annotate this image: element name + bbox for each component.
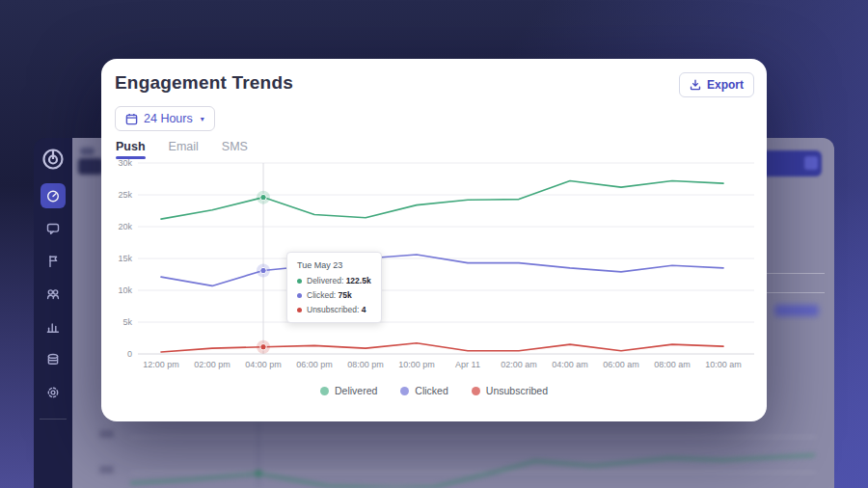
sidebar — [34, 138, 72, 488]
svg-text:04:00 pm: 04:00 pm — [245, 360, 282, 369]
svg-text:08:00 pm: 08:00 pm — [347, 360, 384, 369]
background-new-message-button — [759, 150, 822, 176]
time-range-dropdown[interactable]: 24 Hours ▾ — [115, 106, 215, 131]
audience-icon — [45, 286, 61, 302]
background-heading-blob — [80, 148, 95, 155]
svg-text:06:00 am: 06:00 am — [603, 360, 639, 369]
gauge-icon — [45, 188, 61, 203]
legend-dot-icon — [320, 387, 329, 395]
svg-text:30k: 30k — [118, 158, 132, 168]
tooltip-row: Clicked: 75k — [297, 290, 371, 300]
svg-text:5k: 5k — [122, 317, 132, 327]
bar-chart-icon — [45, 319, 61, 335]
series-dot-icon — [297, 308, 302, 312]
legend-item-clicked[interactable]: Clicked — [400, 385, 448, 396]
svg-text:12:00 pm: 12:00 pm — [143, 360, 179, 369]
background-title-blob — [78, 158, 103, 175]
tooltip-row: Unsubscribed: 4 — [297, 305, 371, 314]
svg-text:02:00 am: 02:00 am — [501, 360, 537, 369]
chevron-down-icon: ▾ — [201, 115, 204, 123]
background-export-blob — [774, 305, 819, 316]
background-card-edge — [762, 273, 825, 274]
legend-item-delivered[interactable]: Delivered — [320, 385, 377, 396]
sidebar-item-database[interactable] — [41, 347, 66, 372]
series-dot-icon — [297, 279, 302, 284]
sidebar-item-chat[interactable] — [41, 216, 66, 241]
background-card-edge — [762, 292, 825, 293]
legend-item-unsubscribed[interactable]: Unsubscribed — [472, 385, 548, 396]
database-icon — [45, 352, 61, 367]
svg-text:20k: 20k — [118, 222, 132, 231]
chat-icon — [45, 221, 61, 236]
sidebar-item-gear[interactable] — [41, 380, 66, 405]
onesignal-logo-icon — [41, 147, 66, 172]
svg-text:10:00 pm: 10:00 pm — [398, 360, 435, 369]
sidebar-item-journey[interactable] — [41, 249, 66, 274]
svg-text:06:00 pm: 06:00 pm — [296, 360, 333, 369]
journey-icon — [45, 254, 61, 269]
calendar-icon — [125, 113, 138, 125]
svg-text:10:00 am: 10:00 am — [705, 360, 742, 369]
legend-dot-icon — [400, 387, 409, 395]
chart-tooltip: Tue May 23 Delivered: 122.5kClicked: 75k… — [286, 252, 382, 323]
svg-text:25k: 25k — [118, 190, 132, 200]
svg-text:15k: 15k — [118, 254, 132, 263]
chart-legend: DeliveredClickedUnsubscribed — [101, 385, 767, 396]
svg-text:02:00 pm: 02:00 pm — [194, 360, 231, 369]
sidebar-divider — [40, 419, 67, 420]
engagement-trends-modal: Engagement Trends Export 24 Hours ▾ Push… — [101, 59, 767, 421]
time-range-label: 24 Hours — [144, 112, 193, 125]
export-button-label: Export — [707, 78, 744, 92]
svg-text:08:00 am: 08:00 am — [654, 360, 691, 369]
sidebar-item-bar-chart[interactable] — [41, 314, 66, 339]
download-icon — [690, 79, 701, 91]
modal-header: Engagement Trends Export — [101, 59, 767, 97]
export-button[interactable]: Export — [679, 72, 754, 97]
sidebar-item-gauge[interactable] — [41, 183, 66, 208]
engagement-chart[interactable]: 05k10k15k20k25k30k12:00 pm02:00 pm04:00 … — [101, 155, 767, 373]
svg-text:Apr 11: Apr 11 — [455, 360, 480, 369]
sidebar-nav — [34, 183, 72, 405]
gear-icon — [45, 385, 61, 400]
series-dot-icon — [297, 293, 302, 298]
tooltip-date: Tue May 23 — [297, 260, 371, 270]
tooltip-row: Delivered: 122.5k — [297, 276, 371, 285]
background-chart — [72, 421, 834, 488]
modal-title: Engagement Trends — [115, 72, 293, 94]
svg-text:04:00 am: 04:00 am — [552, 360, 588, 369]
svg-text:10k: 10k — [118, 285, 132, 295]
sidebar-item-audience[interactable] — [41, 282, 66, 307]
screen: { "modal": { "title": "Engagement Trends… — [0, 0, 868, 488]
svg-text:0: 0 — [127, 349, 132, 359]
legend-dot-icon — [472, 387, 480, 395]
